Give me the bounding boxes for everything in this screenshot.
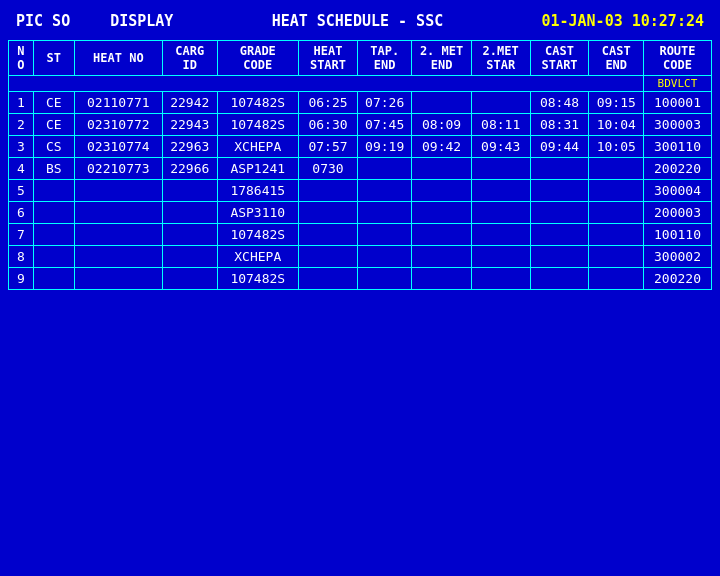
cell-n: 9	[9, 268, 34, 290]
cell-2metstar	[471, 158, 530, 180]
cell-st	[33, 224, 74, 246]
heat-schedule-table: NO ST HEAT NO CARGID GRADECODE HEATSTART…	[8, 40, 712, 290]
col-header-grade: GRADECODE	[217, 41, 299, 76]
table-body: 1CE0211077122942107482S06:2507:2608:4809…	[9, 92, 712, 290]
col-header-tapend: TAP.END	[357, 41, 412, 76]
col-header-heatno: HEAT NO	[74, 41, 162, 76]
cell-castend: 10:05	[589, 136, 644, 158]
cell-caststart	[530, 246, 589, 268]
cell-grade: 107482S	[217, 92, 299, 114]
cell-routecode: 200220	[643, 268, 711, 290]
cell-heatno	[74, 246, 162, 268]
cell-cargid	[163, 202, 218, 224]
cell-routecode: 300004	[643, 180, 711, 202]
cell-n: 1	[9, 92, 34, 114]
cell-st: CE	[33, 114, 74, 136]
screen: PIC SO DISPLAY HEAT SCHEDULE - SSC 01-JA…	[0, 0, 720, 576]
cell-caststart	[530, 224, 589, 246]
cell-grade: 107482S	[217, 224, 299, 246]
cell-n: 3	[9, 136, 34, 158]
top-bar: PIC SO DISPLAY HEAT SCHEDULE - SSC 01-JA…	[8, 8, 712, 34]
cell-tapend: 07:45	[357, 114, 412, 136]
cell-grade: XCHEPA	[217, 136, 299, 158]
cell-grade: 107482S	[217, 114, 299, 136]
cell-heatstart: 0730	[299, 158, 358, 180]
cell-st	[33, 202, 74, 224]
cell-heatstart: 06:30	[299, 114, 358, 136]
page-title: HEAT SCHEDULE - SSC	[272, 12, 444, 30]
cell-heatno: 02110771	[74, 92, 162, 114]
col-header-2metstar: 2.METSTAR	[471, 41, 530, 76]
cell-routecode: 100110	[643, 224, 711, 246]
cell-st	[33, 268, 74, 290]
cell-routecode: 300110	[643, 136, 711, 158]
cell-caststart	[530, 180, 589, 202]
cell-cargid	[163, 246, 218, 268]
col-header-routecode: ROUTECODE	[643, 41, 711, 76]
cell-n: 2	[9, 114, 34, 136]
cell-cargid: 22966	[163, 158, 218, 180]
cell-tapend	[357, 268, 412, 290]
cell-cargid	[163, 224, 218, 246]
cell-2metstar	[471, 92, 530, 114]
col-header-2metend: 2. METEND	[412, 41, 471, 76]
cell-grade: ASP3110	[217, 202, 299, 224]
cell-2metstar	[471, 180, 530, 202]
table-row: 4BS0221077322966ASP12410730200220	[9, 158, 712, 180]
cell-tapend	[357, 158, 412, 180]
cell-2metend	[412, 180, 471, 202]
cell-st	[33, 246, 74, 268]
cell-castend: 09:15	[589, 92, 644, 114]
table-row: 9107482S200220	[9, 268, 712, 290]
cell-2metend	[412, 158, 471, 180]
table-row: 7107482S100110	[9, 224, 712, 246]
table-row: 3CS0231077422963XCHEPA07:5709:1909:4209:…	[9, 136, 712, 158]
cell-heatstart	[299, 268, 358, 290]
cell-grade: 107482S	[217, 268, 299, 290]
cell-2metstar: 09:43	[471, 136, 530, 158]
col-header-st: ST	[33, 41, 74, 76]
cell-grade: XCHEPA	[217, 246, 299, 268]
cell-cargid: 22963	[163, 136, 218, 158]
cell-n: 4	[9, 158, 34, 180]
cell-2metend	[412, 202, 471, 224]
cell-grade: ASP1241	[217, 158, 299, 180]
cell-2metstar	[471, 246, 530, 268]
cell-heatstart	[299, 246, 358, 268]
cell-castend: 10:04	[589, 114, 644, 136]
cell-2metend: 09:42	[412, 136, 471, 158]
bdvlct-label: BDVLCT	[643, 76, 711, 92]
cell-tapend	[357, 202, 412, 224]
display-label: DISPLAY	[110, 12, 173, 30]
col-header-caststart: CASTSTART	[530, 41, 589, 76]
cell-heatstart: 06:25	[299, 92, 358, 114]
col-header-n: NO	[9, 41, 34, 76]
cell-tapend: 07:26	[357, 92, 412, 114]
cell-heatstart	[299, 180, 358, 202]
cell-routecode: 300002	[643, 246, 711, 268]
cell-st: BS	[33, 158, 74, 180]
cell-2metstar	[471, 202, 530, 224]
cell-n: 5	[9, 180, 34, 202]
cell-st	[33, 180, 74, 202]
cell-caststart	[530, 202, 589, 224]
cell-heatno	[74, 268, 162, 290]
cell-tapend	[357, 246, 412, 268]
table-row: 6ASP3110200003	[9, 202, 712, 224]
cell-castend	[589, 180, 644, 202]
cell-2metstar: 08:11	[471, 114, 530, 136]
sub-header-row: BDVLCT	[9, 76, 712, 92]
cell-cargid	[163, 268, 218, 290]
col-header-heatstart: HEATSTART	[299, 41, 358, 76]
cell-routecode: 100001	[643, 92, 711, 114]
cell-castend	[589, 158, 644, 180]
cell-cargid: 22943	[163, 114, 218, 136]
cell-st: CS	[33, 136, 74, 158]
cell-caststart: 08:48	[530, 92, 589, 114]
cell-castend	[589, 224, 644, 246]
column-header-row: NO ST HEAT NO CARGID GRADECODE HEATSTART…	[9, 41, 712, 76]
cell-routecode: 200220	[643, 158, 711, 180]
cell-2metend	[412, 268, 471, 290]
cell-2metend: 08:09	[412, 114, 471, 136]
table-row: 51786415300004	[9, 180, 712, 202]
